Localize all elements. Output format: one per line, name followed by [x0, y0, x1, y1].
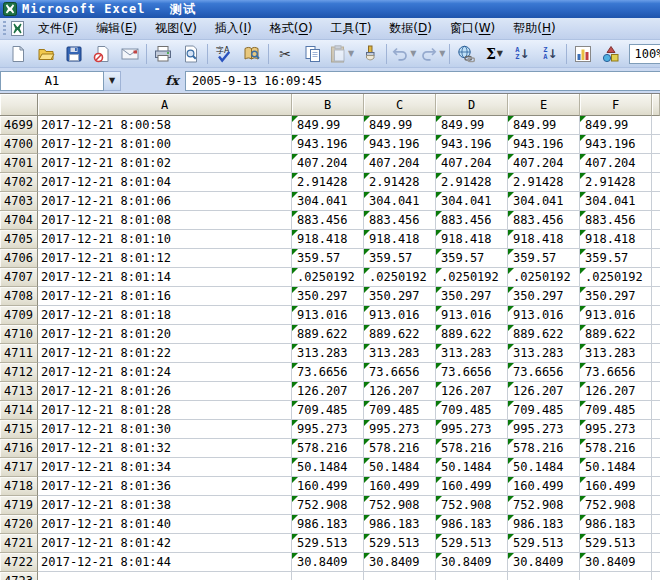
cell-B4709[interactable]: 913.016: [292, 306, 364, 325]
row-header-4709[interactable]: 4709: [0, 306, 38, 325]
cell-A4720[interactable]: 2017-12-21 8:01:40: [38, 515, 292, 534]
row-header-4715[interactable]: 4715: [0, 420, 38, 439]
row-header-4722[interactable]: 4722: [0, 553, 38, 572]
cell-D4699[interactable]: 849.99: [436, 116, 508, 135]
cell-C4722[interactable]: 30.8409: [364, 553, 436, 572]
column-header-B[interactable]: B: [292, 94, 364, 116]
row-header-4723[interactable]: 4723: [0, 572, 38, 580]
cell-B4718[interactable]: 160.499: [292, 477, 364, 496]
cell-A4719[interactable]: 2017-12-21 8:01:38: [38, 496, 292, 515]
zoom-combobox[interactable]: 100% ▼: [629, 44, 660, 64]
cell-D4705[interactable]: 918.418: [436, 230, 508, 249]
cell-F4704[interactable]: 883.456: [580, 211, 652, 230]
cell-F4713[interactable]: 126.207: [580, 382, 652, 401]
cell-E4719[interactable]: 752.908: [508, 496, 580, 515]
print-button[interactable]: [149, 41, 177, 67]
cell-E4712[interactable]: 73.6656: [508, 363, 580, 382]
cell-B4714[interactable]: 709.485: [292, 401, 364, 420]
cell-C4723[interactable]: [364, 572, 436, 580]
row-header-4718[interactable]: 4718: [0, 477, 38, 496]
row-header-4705[interactable]: 4705: [0, 230, 38, 249]
row-header-4713[interactable]: 4713: [0, 382, 38, 401]
column-header-D[interactable]: D: [436, 94, 508, 116]
cell-B4705[interactable]: 918.418: [292, 230, 364, 249]
cell-F4706[interactable]: 359.57: [580, 249, 652, 268]
cell-A4712[interactable]: 2017-12-21 8:01:24: [38, 363, 292, 382]
cell-E4705[interactable]: 918.418: [508, 230, 580, 249]
cell-C4706[interactable]: 359.57: [364, 249, 436, 268]
cell-A4722[interactable]: 2017-12-21 8:01:44: [38, 553, 292, 572]
cell-F4717[interactable]: 50.1484: [580, 458, 652, 477]
row-header-4706[interactable]: 4706: [0, 249, 38, 268]
cell-B4712[interactable]: 73.6656: [292, 363, 364, 382]
cell-A4707[interactable]: 2017-12-21 8:01:14: [38, 268, 292, 287]
cell-E4713[interactable]: 126.207: [508, 382, 580, 401]
cell-A4709[interactable]: 2017-12-21 8:01:18: [38, 306, 292, 325]
cell-F4716[interactable]: 578.216: [580, 439, 652, 458]
cell-C4699[interactable]: 849.99: [364, 116, 436, 135]
spelling-button[interactable]: 字A: [210, 41, 238, 67]
cell-B4702[interactable]: 2.91428: [292, 173, 364, 192]
row-header-4704[interactable]: 4704: [0, 211, 38, 230]
menu-view[interactable]: 视图(V): [146, 18, 206, 39]
cell-B4713[interactable]: 126.207: [292, 382, 364, 401]
save-button[interactable]: [60, 41, 88, 67]
cell-F4699[interactable]: 849.99: [580, 116, 652, 135]
sort-asc-button[interactable]: AZ↓: [508, 41, 536, 67]
select-all-corner[interactable]: [0, 94, 38, 116]
cell-D4714[interactable]: 709.485: [436, 401, 508, 420]
cell-E4700[interactable]: 943.196: [508, 135, 580, 154]
cell-E4716[interactable]: 578.216: [508, 439, 580, 458]
cell-D4710[interactable]: 889.622: [436, 325, 508, 344]
cell-F4723[interactable]: [580, 572, 652, 580]
cell-D4721[interactable]: 529.513: [436, 534, 508, 553]
cell-D4701[interactable]: 407.204: [436, 154, 508, 173]
cell-A4711[interactable]: 2017-12-21 8:01:22: [38, 344, 292, 363]
row-header-4716[interactable]: 4716: [0, 439, 38, 458]
cell-E4710[interactable]: 889.622: [508, 325, 580, 344]
cell-C4716[interactable]: 578.216: [364, 439, 436, 458]
menu-edit[interactable]: 编辑(E): [87, 18, 146, 39]
cell-B4723[interactable]: [292, 572, 364, 580]
cell-D4715[interactable]: 995.273: [436, 420, 508, 439]
menu-data[interactable]: 数据(D): [380, 18, 441, 39]
mail-button[interactable]: [116, 41, 144, 67]
cell-B4719[interactable]: 752.908: [292, 496, 364, 515]
cell-C4717[interactable]: 50.1484: [364, 458, 436, 477]
cell-D4720[interactable]: 986.183: [436, 515, 508, 534]
chart-wizard-button[interactable]: [569, 41, 597, 67]
cell-E4706[interactable]: 359.57: [508, 249, 580, 268]
cell-E4702[interactable]: 2.91428: [508, 173, 580, 192]
drawing-button[interactable]: [597, 41, 625, 67]
row-header-4700[interactable]: 4700: [0, 135, 38, 154]
menu-window[interactable]: 窗口(W): [441, 18, 504, 39]
cell-E4711[interactable]: 313.283: [508, 344, 580, 363]
print-preview-button[interactable]: [177, 41, 205, 67]
sort-desc-button[interactable]: ZA↓: [536, 41, 564, 67]
cell-C4711[interactable]: 313.283: [364, 344, 436, 363]
cell-F4700[interactable]: 943.196: [580, 135, 652, 154]
cell-F4712[interactable]: 73.6656: [580, 363, 652, 382]
cell-F4710[interactable]: 889.622: [580, 325, 652, 344]
cell-A4705[interactable]: 2017-12-21 8:01:10: [38, 230, 292, 249]
cell-B4706[interactable]: 359.57: [292, 249, 364, 268]
cell-D4702[interactable]: 2.91428: [436, 173, 508, 192]
cell-A4703[interactable]: 2017-12-21 8:01:06: [38, 192, 292, 211]
cell-C4714[interactable]: 709.485: [364, 401, 436, 420]
autosum-dropdown-arrow[interactable]: ▼: [497, 50, 503, 58]
cell-F4718[interactable]: 160.499: [580, 477, 652, 496]
column-header-E[interactable]: E: [508, 94, 580, 116]
cell-D4717[interactable]: 50.1484: [436, 458, 508, 477]
cell-A4714[interactable]: 2017-12-21 8:01:28: [38, 401, 292, 420]
research-button[interactable]: [238, 41, 266, 67]
menu-insert[interactable]: 插入(I): [206, 18, 261, 39]
cell-D4700[interactable]: 943.196: [436, 135, 508, 154]
copy-button[interactable]: [299, 41, 327, 67]
cell-F4709[interactable]: 913.016: [580, 306, 652, 325]
cell-B4717[interactable]: 50.1484: [292, 458, 364, 477]
insert-function-icon[interactable]: fx: [159, 73, 185, 88]
cell-F4722[interactable]: 30.8409: [580, 553, 652, 572]
cell-A4702[interactable]: 2017-12-21 8:01:04: [38, 173, 292, 192]
undo-button[interactable]: ▼: [389, 41, 418, 67]
cell-A4699[interactable]: 2017-12-21 8:00:58: [38, 116, 292, 135]
